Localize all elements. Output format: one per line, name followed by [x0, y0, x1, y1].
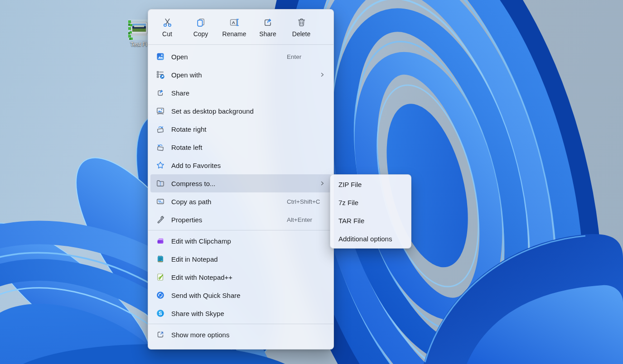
svg-text:A: A [232, 20, 235, 25]
menu-item-label: Edit with Notepad++ [171, 273, 232, 281]
rotate-left-icon [156, 143, 165, 152]
share-icon [262, 17, 274, 28]
menu-item-label: Show more options [171, 331, 229, 339]
chevron-right-icon [319, 72, 325, 77]
menu-item-label: Open with [171, 71, 202, 79]
menu-item-show-more-options[interactable]: Show more options [150, 326, 331, 344]
clipchamp-icon [156, 236, 165, 245]
notepad-icon [156, 254, 165, 263]
menu-item-label: Add to Favorites [171, 162, 221, 169]
quick-share-icon [156, 291, 165, 300]
submenu-item-label: ZIP File [338, 181, 362, 188]
menu-item-label: Compress to... [171, 180, 216, 187]
menu-item-share[interactable]: Share [150, 84, 331, 102]
menu-item-open[interactable]: Open Enter [150, 48, 331, 66]
delete-button[interactable]: Delete [287, 15, 316, 39]
wrench-icon [156, 215, 165, 224]
chevron-right-icon [319, 181, 325, 186]
context-menu: Cut Copy A Rename Share [148, 9, 334, 350]
menu-item-label: Share [171, 89, 189, 97]
menu-item-properties[interactable]: Properties Alt+Enter [150, 211, 331, 229]
menu-item-label: Rotate left [171, 144, 202, 151]
menu-item-copy-as-path[interactable]: Copy as path Ctrl+Shift+C [150, 192, 331, 211]
quick-actions-toolbar: Cut Copy A Rename Share [148, 10, 333, 44]
zip-folder-icon [156, 179, 165, 188]
menu-item-label: Edit in Notepad [171, 255, 218, 263]
menu-item-label: Open [171, 53, 188, 61]
copy-button[interactable]: Copy [186, 15, 215, 39]
menu-item-send-with-quick-share[interactable]: Send with Quick Share [150, 286, 331, 304]
show-more-options-icon [156, 330, 165, 339]
menu-item-shortcut: Alt+Enter [287, 216, 325, 223]
menu-item-label: Edit with Clipchamp [171, 237, 231, 245]
menu-item-open-with[interactable]: Open with [150, 66, 331, 84]
compress-to-submenu: ZIP File 7z File TAR File Additional opt… [330, 174, 411, 249]
submenu-item-label: Additional options [338, 235, 392, 243]
menu-separator [148, 230, 333, 230]
menu-item-shortcut: Ctrl+Shift+C [287, 198, 325, 205]
menu-item-rotate-left[interactable]: Rotate left [150, 138, 331, 156]
photos-app-icon [156, 52, 165, 61]
submenu-item-7z-file[interactable]: 7z File [333, 193, 409, 211]
menu-item-label: Share with Skype [171, 310, 224, 317]
rename-icon: A [229, 17, 240, 28]
skype-icon: S [156, 309, 165, 318]
rename-label: Rename [222, 30, 246, 38]
copy-as-path-icon [156, 197, 165, 206]
menu-item-compress-to[interactable]: Compress to... [150, 174, 331, 192]
copy-icon [195, 17, 207, 28]
menu-item-edit-in-notepad[interactable]: Edit in Notepad [150, 250, 331, 268]
menu-item-rotate-right[interactable]: Rotate right [150, 120, 331, 138]
svg-text:S: S [159, 311, 162, 316]
submenu-item-additional-options[interactable]: Additional options [333, 230, 409, 248]
menu-item-edit-with-notepadpp[interactable]: Edit with Notepad++ [150, 268, 331, 286]
menu-item-label: Properties [171, 216, 202, 224]
submenu-item-label: 7z File [338, 199, 358, 206]
desktop-background-icon [156, 106, 165, 115]
menu-item-label: Copy as path [171, 198, 211, 206]
share-icon [156, 88, 165, 97]
menu-item-label: Rotate right [171, 125, 207, 133]
open-with-icon [156, 70, 165, 79]
copy-label: Copy [193, 30, 208, 38]
menu-item-add-to-favorites[interactable]: Add to Favorites [150, 156, 331, 174]
share-label: Share [259, 30, 276, 38]
rename-button[interactable]: A Rename [220, 15, 249, 39]
menu-item-label: Set as desktop background [171, 107, 254, 115]
notepad-plus-plus-icon [156, 273, 165, 282]
rotate-right-icon [156, 125, 165, 134]
share-button[interactable]: Share [253, 15, 282, 39]
menu-item-shortcut: Enter [287, 53, 325, 60]
menu-item-set-desktop-background[interactable]: Set as desktop background [150, 102, 331, 120]
menu-item-share-with-skype[interactable]: S Share with Skype [150, 304, 331, 322]
desktop-icon-label: Test Fi [130, 41, 147, 48]
delete-icon [296, 17, 307, 28]
menu-item-list: Open Enter Open with Sha [148, 45, 333, 349]
submenu-item-tar-file[interactable]: TAR File [333, 211, 409, 230]
cut-button[interactable]: Cut [153, 15, 182, 39]
cut-icon [162, 17, 173, 28]
menu-item-label: Send with Quick Share [171, 292, 241, 299]
star-icon [156, 161, 165, 170]
cut-label: Cut [162, 30, 172, 38]
submenu-item-zip-file[interactable]: ZIP File [333, 175, 409, 193]
submenu-item-label: TAR File [338, 217, 364, 225]
menu-item-edit-with-clipchamp[interactable]: Edit with Clipchamp [150, 232, 331, 250]
image-file-thumbnail [128, 19, 149, 40]
menu-separator [148, 324, 333, 324]
delete-label: Delete [292, 30, 310, 38]
